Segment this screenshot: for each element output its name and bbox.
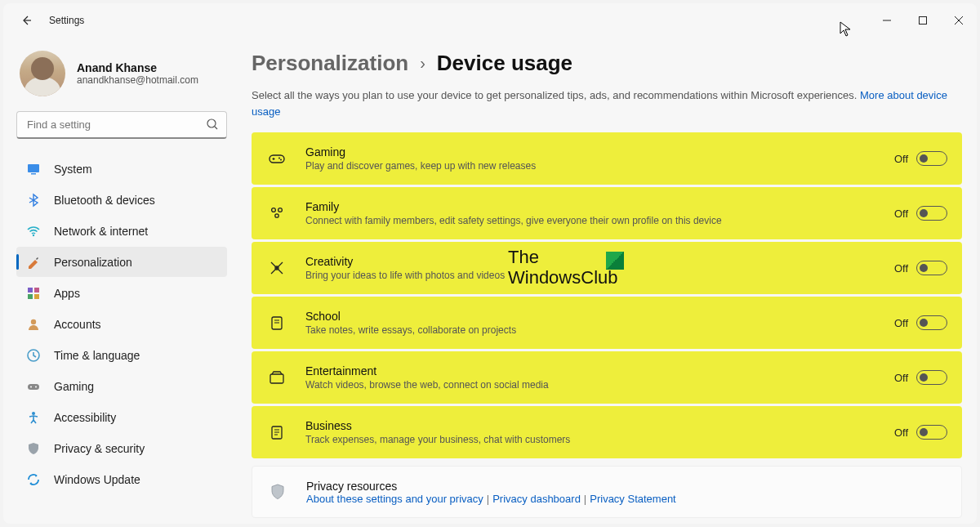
sidebar-item-label: Apps xyxy=(54,287,80,300)
profile-email: anandkhanse@hotmail.com xyxy=(77,74,198,86)
sidebar-item-label: Accounts xyxy=(54,318,101,331)
breadcrumb: Personalization › Device usage xyxy=(252,51,962,76)
school-icon xyxy=(266,312,287,333)
sidebar-item-label: Accessibility xyxy=(54,411,116,424)
person-icon xyxy=(26,317,41,332)
toggle-label: Off xyxy=(894,372,908,384)
card-desc: Take notes, write essays, collaborate on… xyxy=(305,324,894,336)
card-title: Business xyxy=(305,419,894,432)
sidebar-item-network[interactable]: Network & internet xyxy=(16,216,227,246)
search-wrap xyxy=(16,111,227,139)
usage-card-gaming: Gaming Play and discover games, keep up … xyxy=(252,132,962,185)
sidebar-item-apps[interactable]: Apps xyxy=(16,278,227,308)
sidebar-item-label: Privacy & security xyxy=(54,442,145,455)
clock-icon xyxy=(26,348,41,363)
toggle-entertainment[interactable] xyxy=(916,370,947,385)
svg-rect-6 xyxy=(28,164,39,172)
sidebar-item-accessibility[interactable]: Accessibility xyxy=(16,402,227,432)
family-icon xyxy=(266,203,287,224)
card-desc: Bring your ideas to life with photos and… xyxy=(305,270,894,281)
sidebar-nav: System Bluetooth & devices Network & int… xyxy=(16,154,227,494)
svg-rect-1 xyxy=(920,17,927,25)
svg-rect-7 xyxy=(31,173,36,175)
sidebar-item-privacy[interactable]: Privacy & security xyxy=(16,433,227,463)
sidebar-item-label: Time & language xyxy=(54,349,140,362)
svg-point-23 xyxy=(278,208,283,212)
toggle-business[interactable] xyxy=(916,425,947,440)
usage-card-entertainment: Entertainment Watch videos, browse the w… xyxy=(252,351,962,404)
svg-point-18 xyxy=(32,412,35,415)
sidebar-item-personalization[interactable]: Personalization xyxy=(16,247,227,277)
sidebar-item-bluetooth[interactable]: Bluetooth & devices xyxy=(16,185,227,215)
update-icon xyxy=(26,472,41,487)
svg-point-17 xyxy=(35,386,37,387)
avatar xyxy=(20,51,65,96)
toggle-school[interactable] xyxy=(916,315,947,330)
card-title: Family xyxy=(305,200,894,213)
app-title: Settings xyxy=(49,15,84,26)
svg-point-21 xyxy=(280,159,282,161)
card-desc: Play and discover games, keep up with ne… xyxy=(305,160,894,172)
bluetooth-icon xyxy=(26,193,41,208)
sidebar-item-gaming[interactable]: Gaming xyxy=(16,371,227,401)
business-icon xyxy=(266,422,287,443)
svg-point-8 xyxy=(33,234,34,235)
privacy-link-statement[interactable]: Privacy Statement xyxy=(590,493,676,505)
breadcrumb-parent[interactable]: Personalization xyxy=(252,51,408,76)
svg-rect-19 xyxy=(270,155,284,163)
sidebar-item-update[interactable]: Windows Update xyxy=(16,464,227,494)
sidebar-item-label: System xyxy=(54,163,92,176)
monitor-icon xyxy=(26,162,41,176)
usage-card-family: Family Connect with family members, edit… xyxy=(252,187,962,239)
card-title: Entertainment xyxy=(305,364,894,377)
svg-rect-11 xyxy=(28,294,33,299)
gamepad-icon xyxy=(26,379,41,394)
minimize-button[interactable] xyxy=(869,7,905,33)
svg-line-5 xyxy=(215,127,217,129)
svg-rect-29 xyxy=(270,374,283,383)
search-icon xyxy=(206,118,219,134)
sidebar-item-label: Network & internet xyxy=(54,225,148,238)
maximize-button[interactable] xyxy=(905,7,941,33)
gamepad-icon xyxy=(266,148,287,169)
toggle-label: Off xyxy=(894,317,908,329)
toggle-creativity[interactable] xyxy=(916,261,947,275)
profile-block[interactable]: Anand Khanse anandkhanse@hotmail.com xyxy=(16,44,227,111)
sidebar-item-label: Gaming xyxy=(54,380,94,393)
card-title: Gaming xyxy=(305,145,894,159)
close-button[interactable] xyxy=(941,7,977,33)
toggle-gaming[interactable] xyxy=(916,151,947,166)
sidebar-item-time[interactable]: Time & language xyxy=(16,340,227,370)
sidebar-item-system[interactable]: System xyxy=(16,154,227,184)
search-input[interactable] xyxy=(16,111,227,139)
svg-point-24 xyxy=(275,214,278,217)
toggle-family[interactable] xyxy=(916,206,947,221)
card-desc: Connect with family members, edit safety… xyxy=(305,215,894,226)
privacy-link-dashboard[interactable]: Privacy dashboard xyxy=(492,493,581,505)
svg-point-13 xyxy=(31,319,36,324)
card-desc: Watch videos, browse the web, connect on… xyxy=(305,379,894,391)
svg-rect-9 xyxy=(28,288,33,293)
privacy-title: Privacy resources xyxy=(306,480,947,493)
entertainment-icon xyxy=(266,367,287,388)
svg-point-16 xyxy=(30,386,32,387)
sidebar-item-accounts[interactable]: Accounts xyxy=(16,309,227,339)
back-button[interactable] xyxy=(18,12,34,29)
svg-rect-12 xyxy=(34,294,39,299)
creativity-icon xyxy=(266,257,287,279)
subheader: Select all the ways you plan to use your… xyxy=(252,87,962,119)
toggle-label: Off xyxy=(894,153,908,165)
usage-card-school: School Take notes, write essays, collabo… xyxy=(252,297,962,349)
profile-name: Anand Khanse xyxy=(77,61,198,74)
wifi-icon xyxy=(26,224,41,239)
chevron-right-icon: › xyxy=(420,54,425,73)
svg-point-4 xyxy=(207,119,216,127)
privacy-link-about[interactable]: About these settings and your privacy xyxy=(306,493,483,505)
accessibility-icon xyxy=(26,410,41,425)
apps-icon xyxy=(26,286,41,301)
toggle-label: Off xyxy=(894,427,908,439)
shield-icon xyxy=(26,441,41,456)
toggle-label: Off xyxy=(894,262,908,275)
shield-icon xyxy=(267,481,288,502)
sidebar-item-label: Bluetooth & devices xyxy=(54,194,155,207)
